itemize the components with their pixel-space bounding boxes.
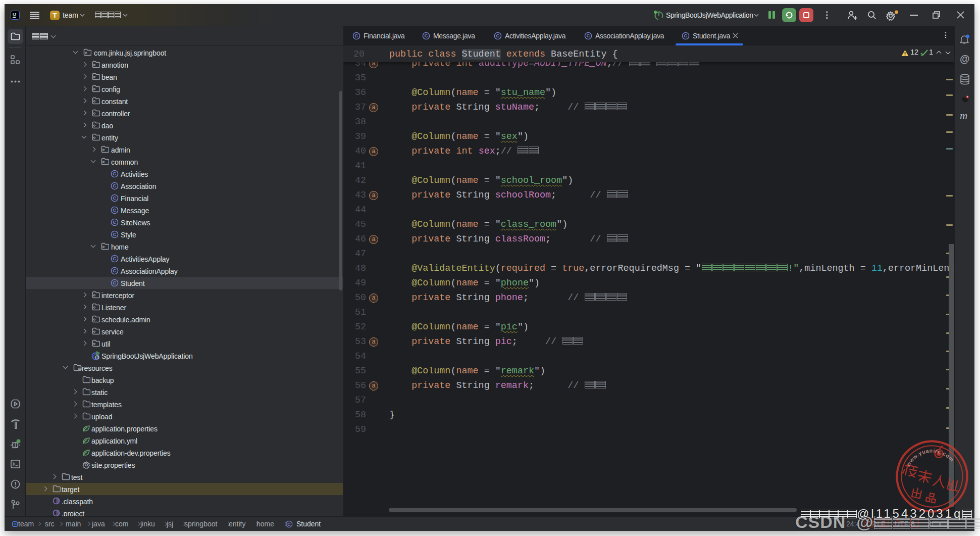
svg-text:C: C <box>496 33 500 38</box>
svg-text:C: C <box>287 522 291 527</box>
svg-text:C: C <box>113 231 117 237</box>
svg-text:C: C <box>113 219 117 225</box>
svg-text:C: C <box>684 33 688 38</box>
svg-text:C: C <box>113 183 117 188</box>
svg-text:C: C <box>113 256 117 261</box>
svg-text:C: C <box>355 33 358 38</box>
svg-text:C: C <box>113 268 117 273</box>
svg-text:C: C <box>587 33 590 38</box>
svg-text:C: C <box>113 207 117 213</box>
svg-text:C: C <box>113 280 117 285</box>
svg-text:C: C <box>113 195 117 201</box>
svg-text:C: C <box>425 33 428 38</box>
svg-text:C: C <box>113 171 117 176</box>
